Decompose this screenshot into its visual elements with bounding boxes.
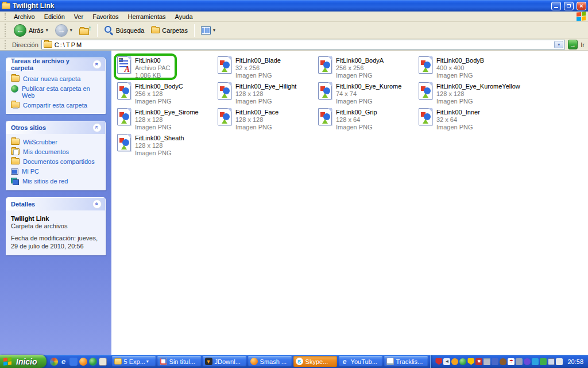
forward-dropdown-icon[interactable]: ▾ xyxy=(70,28,72,33)
file-item-face[interactable]: FitLink00_Face 128 x 128 Imagen PNG xyxy=(218,107,318,133)
antivirus-status-icon[interactable] xyxy=(459,358,466,365)
sidebar-item-network-places[interactable]: Mis sitios de red xyxy=(11,178,102,185)
standard-toolbar: ← Atrás ▾ → ▾ ↑ Búsqueda Carpetas ▾ xyxy=(0,22,588,39)
menu-ver[interactable]: Ver xyxy=(69,13,88,21)
task-label: Tracklis... xyxy=(396,358,423,365)
vuze-icon[interactable] xyxy=(524,358,531,365)
png-image-icon xyxy=(419,82,432,99)
chrome-icon[interactable] xyxy=(50,358,58,366)
address-dropdown-button[interactable]: ▾ xyxy=(554,41,563,48)
sidebar-item-label: Publicar esta carpeta en Web xyxy=(22,85,102,99)
sidebar-item-publish-web[interactable]: Publicar esta carpeta en Web xyxy=(11,85,102,99)
volume-icon[interactable]: ◄ xyxy=(443,358,450,365)
menu-ayuda[interactable]: Ayuda xyxy=(171,13,198,21)
file-item-sheath[interactable]: FitLink00_Sheath 128 x 128 Imagen PNG xyxy=(117,133,218,159)
update-orb-icon[interactable] xyxy=(451,358,458,365)
start-button[interactable]: Inicio xyxy=(0,355,47,368)
file-item-bodyc[interactable]: FitLink00_BodyC 256 x 128 Imagen PNG xyxy=(117,81,218,107)
menu-herramientas[interactable]: Herramientas xyxy=(123,13,171,21)
toolbar-grip[interactable] xyxy=(5,13,7,21)
printer-icon[interactable] xyxy=(483,358,490,365)
paint-icon xyxy=(160,358,167,365)
sidebar-item-new-folder[interactable]: Crear nueva carpeta xyxy=(11,75,102,82)
toolbar-grip[interactable] xyxy=(5,24,7,37)
address-value[interactable]: C:\TPM xyxy=(55,41,552,48)
network-icon xyxy=(11,178,19,185)
go-button[interactable]: → xyxy=(568,40,578,49)
task-pane: Tareas de archivo y carpeta « Crear nuev… xyxy=(0,51,111,355)
back-dropdown-icon[interactable]: ▾ xyxy=(46,28,48,33)
file-item-fitlink00[interactable]: A FitLink00 Archivo PAC 1.086 KB xyxy=(117,55,218,81)
file-item-eye-sirome[interactable]: FitLink00_Eye_Sirome 128 x 128 Imagen PN… xyxy=(117,107,218,133)
task-jdownloader[interactable]: ▼ JDownl... xyxy=(203,356,246,367)
views-dropdown-icon[interactable]: ▾ xyxy=(213,28,215,33)
ie-icon[interactable]: e xyxy=(60,358,68,366)
file-type: Imagen PNG xyxy=(235,124,278,131)
file-item-inner[interactable]: FitLink00_Inner 32 x 64 Imagen PNG xyxy=(419,107,519,133)
folders-button[interactable]: Carpetas xyxy=(149,26,190,35)
sidebar-item-my-computer[interactable]: Mi PC xyxy=(11,168,102,175)
task-smash[interactable]: Smash ... xyxy=(248,356,292,367)
back-button[interactable]: ← Atrás ▾ xyxy=(11,23,51,38)
task-sin-titulo[interactable]: Sin titul... xyxy=(157,356,201,367)
collapse-chevron-icon[interactable]: « xyxy=(92,200,102,209)
address-input[interactable]: C:\TPM ▾ xyxy=(41,40,565,49)
sidebar-item-shared-documents[interactable]: Documentos compartidos xyxy=(11,158,102,165)
usb-eject-icon[interactable] xyxy=(516,358,523,365)
tracklist-icon xyxy=(386,358,394,365)
close-icon: × xyxy=(579,2,583,9)
messenger-icon[interactable] xyxy=(69,358,78,366)
app-blue-icon[interactable] xyxy=(492,358,498,365)
java-icon[interactable] xyxy=(500,358,506,365)
file-item-eye-hilight[interactable]: FitLink00_Eye_Hilight 128 x 128 Imagen P… xyxy=(218,81,318,107)
task-tracklist[interactable]: Tracklis... xyxy=(384,356,428,367)
app-green-icon[interactable] xyxy=(540,358,547,365)
system-tray: ◄ ✖ ☂ 20:58 xyxy=(430,355,588,368)
task-explorer-group[interactable]: 5 Exp... ▾ xyxy=(112,356,156,367)
minimize-button[interactable] xyxy=(551,2,561,10)
file-name: FitLink00_Grip xyxy=(336,109,377,116)
search-button[interactable]: Búsqueda xyxy=(102,24,147,36)
file-item-eye-kuromeyellow[interactable]: FitLink00_Eye_KuromeYellow 128 x 128 Ima… xyxy=(419,81,519,107)
menu-edicion[interactable]: Edición xyxy=(40,13,69,21)
security-alert-icon[interactable] xyxy=(467,358,474,365)
panel-header[interactable]: Tareas de archivo y carpeta « xyxy=(6,58,105,71)
show-desktop-icon[interactable] xyxy=(99,358,107,366)
globe-icon[interactable] xyxy=(89,358,97,366)
task-skype[interactable]: S Skype... xyxy=(293,356,337,367)
up-button[interactable]: ↑ xyxy=(77,25,93,36)
folder-icon xyxy=(44,41,52,48)
folder-group-icon xyxy=(114,358,122,365)
menu-favoritos[interactable]: Favoritos xyxy=(88,13,123,21)
panel-header[interactable]: Otros sitios « xyxy=(6,121,105,134)
panel-header[interactable]: Detalles « xyxy=(6,198,105,210)
antivirus-shield-icon[interactable] xyxy=(435,358,442,365)
file-item-bodya[interactable]: FitLink00_BodyA 256 x 256 Imagen PNG xyxy=(318,55,419,81)
sidebar-item-wiiscrubber[interactable]: WiiScrubber xyxy=(11,139,102,145)
avira-umbrella-icon[interactable]: ☂ xyxy=(508,358,514,365)
file-item-blade[interactable]: FitLink00_Blade 32 x 256 Imagen PNG xyxy=(218,55,318,81)
forward-button[interactable]: → ▾ xyxy=(53,23,75,38)
display-icon[interactable] xyxy=(548,358,555,365)
close-program-icon[interactable]: ✖ xyxy=(475,358,482,365)
close-button[interactable]: × xyxy=(577,2,586,10)
views-icon xyxy=(201,26,211,34)
restore-button[interactable] xyxy=(564,2,574,10)
menu-archivo[interactable]: Archivo xyxy=(9,13,40,21)
clock[interactable]: 20:58 xyxy=(567,358,583,365)
file-item-eye-kurome[interactable]: FitLink00_Eye_Kurome 74 x 74 Imagen PNG xyxy=(318,81,419,107)
file-name: FitLink00_Eye_Hilight xyxy=(235,83,296,90)
toolbar-grip[interactable] xyxy=(5,40,7,49)
messenger-tray-icon[interactable] xyxy=(556,358,563,365)
file-item-grip[interactable]: FitLink00_Grip 128 x 64 Imagen PNG xyxy=(318,107,419,133)
sidebar-item-my-documents[interactable]: Mis documentos xyxy=(11,148,102,155)
collapse-chevron-icon[interactable]: « xyxy=(92,60,102,69)
pac-file-icon: A xyxy=(117,56,131,74)
collapse-chevron-icon[interactable]: « xyxy=(92,123,102,132)
firefox-icon[interactable] xyxy=(79,358,87,366)
network-monitor-icon[interactable] xyxy=(532,358,539,365)
file-item-bodyb[interactable]: FitLink00_BodyB 400 x 400 Imagen PNG xyxy=(419,55,519,81)
task-youtube[interactable]: e YouTub... xyxy=(339,356,382,367)
sidebar-item-share-folder[interactable]: Compartir esta carpeta xyxy=(11,102,102,109)
views-button[interactable]: ▾ xyxy=(199,25,218,36)
